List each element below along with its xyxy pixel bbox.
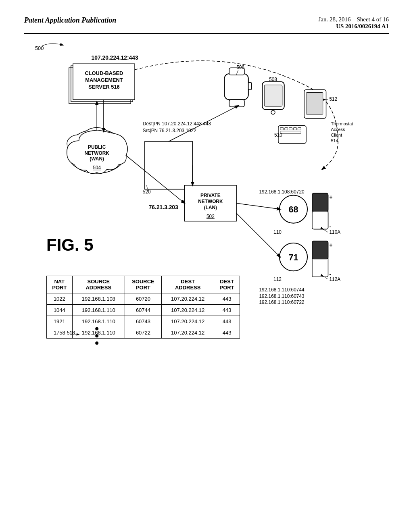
svg-text:510: 510 bbox=[274, 132, 282, 138]
table-row: 1758192.168.1.11060722107.20.224.12443 bbox=[47, 327, 240, 339]
svg-text:+: + bbox=[329, 194, 332, 200]
svg-text:512: 512 bbox=[329, 96, 337, 102]
nat-table-container: NATPORT SOURCEADDRESS SOURCEPORT DESTADD… bbox=[46, 276, 240, 339]
col-dest-port: DESTPORT bbox=[214, 276, 240, 293]
fig-label: FIG. 5 bbox=[46, 235, 94, 255]
table-cell: 192.168.1.108 bbox=[72, 293, 125, 305]
svg-text:CLOUD-BASED: CLOUD-BASED bbox=[85, 70, 123, 76]
patent-number: US 2016/0026194 A1 bbox=[318, 23, 389, 30]
svg-text:192.168.1.108:60720: 192.168.1.108:60720 bbox=[259, 189, 305, 195]
svg-rect-49 bbox=[306, 92, 323, 114]
svg-text:Thermostat: Thermostat bbox=[331, 121, 353, 126]
table-cell: 443 bbox=[214, 316, 240, 327]
svg-text:68: 68 bbox=[288, 204, 298, 214]
svg-text:76.21.3.203: 76.21.3.203 bbox=[149, 204, 178, 210]
svg-rect-61 bbox=[312, 211, 328, 229]
table-cell: 107.20.224.12 bbox=[162, 327, 214, 339]
svg-text:Dest|PN  107.20.224.12:443   4: Dest|PN 107.20.224.12:443 443 bbox=[143, 121, 211, 127]
publication-title: Patent Application Publication bbox=[24, 16, 116, 25]
svg-text:110: 110 bbox=[273, 229, 282, 235]
table-cell: 192.168.1.110 bbox=[72, 305, 125, 316]
col-dest-address: DESTADDRESS bbox=[162, 276, 214, 293]
svg-text:Client: Client bbox=[331, 133, 342, 137]
svg-text:192.168.1.110:60744: 192.168.1.110:60744 bbox=[259, 287, 305, 293]
table-cell: 1044 bbox=[47, 305, 73, 316]
svg-rect-37 bbox=[264, 85, 282, 106]
table-row: 1044192.168.1.11060744107.20.224.12443 bbox=[47, 305, 240, 316]
publication-date-sheet: Jan. 28, 2016 Sheet 4 of 16 bbox=[318, 16, 389, 23]
table-header-row: NATPORT SOURCEADDRESS SOURCEPORT DESTADD… bbox=[47, 276, 240, 293]
svg-text:(LAN): (LAN) bbox=[204, 205, 217, 210]
svg-text:107.20.224.12:443: 107.20.224.12:443 bbox=[92, 54, 138, 61]
svg-text:NETWORK: NETWORK bbox=[85, 150, 110, 156]
table-cell: 60743 bbox=[125, 316, 161, 327]
table-row: 1022192.168.1.10860720107.20.224.12443 bbox=[47, 293, 240, 305]
page: Patent Application Publication Jan. 28, … bbox=[0, 0, 413, 532]
svg-text:-: - bbox=[329, 223, 331, 230]
header-info: Jan. 28, 2016 Sheet 4 of 16 US 2016/0026… bbox=[318, 16, 389, 30]
table-cell: 443 bbox=[214, 293, 240, 305]
nat-table: NATPORT SOURCEADDRESS SOURCEPORT DESTADD… bbox=[46, 276, 240, 339]
svg-text:112: 112 bbox=[273, 276, 282, 282]
col-nat-port: NATPORT bbox=[47, 276, 73, 293]
svg-text:192.168.1.110:60722: 192.168.1.110:60722 bbox=[259, 299, 304, 305]
diagram-area: 500 CLOUD-BASED MANAGEMENT SERVER 516 bbox=[24, 38, 389, 384]
svg-text:520: 520 bbox=[143, 189, 151, 195]
svg-text:504: 504 bbox=[93, 165, 101, 170]
table-cell: 1022 bbox=[47, 293, 73, 305]
svg-text:110A: 110A bbox=[329, 229, 340, 235]
svg-line-66 bbox=[236, 203, 280, 209]
svg-rect-60 bbox=[312, 193, 328, 211]
table-cell: 1921 bbox=[47, 316, 73, 327]
col-source-address: SOURCEADDRESS bbox=[72, 276, 125, 293]
svg-text:Access: Access bbox=[331, 127, 345, 132]
svg-rect-23 bbox=[145, 141, 193, 189]
svg-text:PUBLIC: PUBLIC bbox=[88, 144, 106, 150]
svg-text:71: 71 bbox=[288, 252, 298, 262]
svg-rect-70 bbox=[312, 241, 328, 259]
svg-text:514: 514 bbox=[331, 138, 338, 143]
svg-point-38 bbox=[271, 110, 275, 114]
svg-text:NETWORK: NETWORK bbox=[198, 199, 223, 204]
table-cell: 107.20.224.12 bbox=[162, 305, 214, 316]
table-cell: 1758 bbox=[47, 327, 73, 339]
col-source-port: SOURCEPORT bbox=[125, 276, 161, 293]
svg-text:506: 506 bbox=[236, 64, 244, 70]
svg-rect-34 bbox=[248, 83, 252, 90]
svg-text:MANAGEMENT: MANAGEMENT bbox=[85, 77, 123, 83]
svg-text:(WAN): (WAN) bbox=[90, 156, 104, 162]
svg-text:PRIVATE: PRIVATE bbox=[200, 193, 221, 198]
table-cell: 107.20.224.12 bbox=[162, 316, 214, 327]
table-cell: 192.168.1.110 bbox=[72, 327, 125, 339]
svg-text:+: + bbox=[329, 242, 332, 248]
table-cell: 192.168.1.110 bbox=[72, 316, 125, 327]
table-cell: 60720 bbox=[125, 293, 161, 305]
header: Patent Application Publication Jan. 28, … bbox=[24, 16, 389, 34]
svg-rect-33 bbox=[229, 100, 244, 107]
table-cell: 443 bbox=[214, 327, 240, 339]
table-cell: 107.20.224.12 bbox=[162, 293, 214, 305]
svg-text:192.168.1.110:60743: 192.168.1.110:60743 bbox=[259, 293, 305, 299]
table-cell: 443 bbox=[214, 305, 240, 316]
svg-text:Src|PN    76.21.3.203        1: Src|PN 76.21.3.203 1022 bbox=[143, 128, 196, 133]
svg-text:502: 502 bbox=[206, 214, 215, 219]
svg-rect-31 bbox=[224, 74, 248, 100]
svg-text:112A: 112A bbox=[329, 276, 340, 282]
table-row: 1921192.168.1.11060743107.20.224.12443 bbox=[47, 316, 240, 327]
svg-text:SERVER 516: SERVER 516 bbox=[88, 84, 120, 90]
table-cell: 60722 bbox=[125, 327, 161, 339]
svg-point-83 bbox=[95, 341, 98, 345]
table-cell: 60744 bbox=[125, 305, 161, 316]
svg-text:508: 508 bbox=[269, 77, 277, 82]
